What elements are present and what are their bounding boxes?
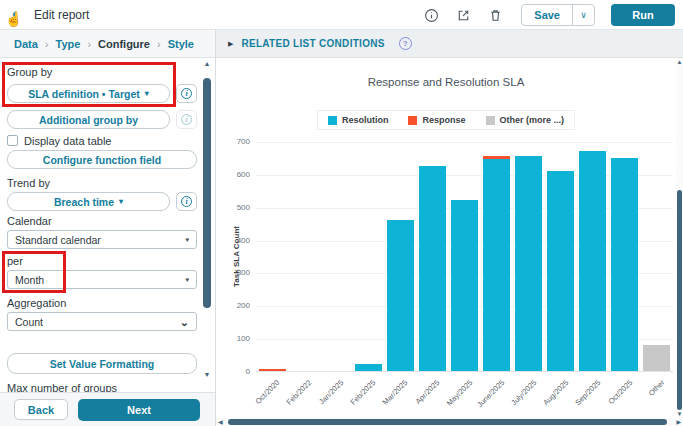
x-axis-label: Oct/2025: [606, 378, 634, 406]
additional-group-by-info-button[interactable]: i: [176, 110, 197, 129]
main-vertical-scrollbar-thumb[interactable]: [677, 190, 682, 410]
info-icon: i: [181, 114, 192, 125]
tab-type[interactable]: Type: [56, 38, 81, 50]
chevron-separator-icon: ›: [45, 38, 49, 50]
configure-panel-content: Group by SLA definition • Target ▾ i Add…: [0, 58, 200, 392]
chart-canvas: Response and Resolution SLA ResolutionRe…: [216, 58, 676, 418]
y-axis-tick-label: 100: [216, 334, 250, 343]
chevron-down-icon: ⌄: [180, 319, 189, 325]
main-horizontal-scrollbar[interactable]: ◀ ▶: [216, 418, 683, 426]
per-select[interactable]: Month ▾: [7, 270, 197, 289]
main-content: Response and Resolution SLA ResolutionRe…: [216, 58, 683, 426]
save-dropdown-caret[interactable]: ∨: [572, 5, 594, 25]
next-button[interactable]: Next: [78, 399, 200, 421]
help-icon[interactable]: ?: [399, 37, 412, 50]
scroll-down-arrow-icon[interactable]: ▼: [202, 371, 212, 378]
calendar-label: Calendar: [7, 215, 200, 228]
bar-Feb/2025[interactable]: [355, 364, 382, 371]
x-axis-label: Mar/2025: [381, 378, 410, 407]
group-by-info-button[interactable]: i: [176, 84, 197, 103]
bar-May/2025[interactable]: [451, 200, 478, 371]
max-number-of-groups-label: Max number of groups: [7, 382, 200, 392]
run-button[interactable]: Run: [611, 4, 675, 26]
scroll-right-arrow-icon[interactable]: ▶: [676, 418, 681, 425]
legend-item[interactable]: Resolution: [328, 115, 389, 125]
top-actions: Save ∨ Run: [423, 0, 675, 30]
tab-style[interactable]: Style: [168, 38, 194, 50]
group-by-dropdown[interactable]: SLA definition • Target ▾: [7, 84, 170, 103]
back-button[interactable]: Back: [14, 399, 68, 420]
info-icon: i: [181, 88, 192, 99]
collapse-triangle-icon[interactable]: ▶: [228, 40, 233, 48]
additional-group-by-label: Additional group by: [39, 114, 138, 126]
bar-June/2025[interactable]: [483, 159, 510, 371]
y-axis-tick-label: 700: [216, 137, 250, 146]
scroll-up-arrow-icon[interactable]: ▲: [202, 60, 212, 67]
chevron-separator-icon: ›: [87, 38, 91, 50]
bar-Other[interactable]: [643, 345, 670, 371]
panel-scrollbar[interactable]: ▲ ▼: [202, 60, 212, 388]
aggregation-select[interactable]: Count ⌄: [7, 312, 197, 331]
bar-July/2025[interactable]: [515, 156, 542, 371]
tab-data[interactable]: Data: [14, 38, 38, 50]
x-axis-label: Feb/2025: [349, 378, 378, 407]
chevron-separator-icon: ›: [157, 38, 161, 50]
group-by-value: SLA definition • Target: [28, 88, 140, 100]
x-axis-label: Jan/2025: [317, 378, 345, 406]
edit-report-window: ‹ ☝ Edit report Save ∨ Run Data › Type: [0, 0, 683, 426]
panel-scrollbar-thumb[interactable]: [203, 78, 211, 308]
legend-label: Response: [422, 115, 465, 125]
trend-by-label: Trend by: [7, 177, 200, 190]
x-axis-label: July/2025: [509, 378, 538, 407]
legend-swatch-icon: [486, 116, 495, 125]
trash-icon[interactable]: [487, 7, 503, 23]
trend-by-dropdown[interactable]: Breach time ▾: [7, 192, 170, 211]
share-export-icon[interactable]: [455, 7, 471, 23]
legend-swatch-icon: [408, 116, 417, 125]
legend-item[interactable]: Other (more ...): [486, 115, 565, 125]
trend-by-value: Breach time: [54, 196, 114, 208]
main-horizontal-scrollbar-thumb[interactable]: [228, 419, 667, 425]
scroll-up-arrow-icon[interactable]: ▲: [676, 59, 683, 65]
calendar-value: Standard calendar: [15, 234, 101, 246]
per-value: Month: [15, 274, 44, 286]
x-axis-label: Apr/2025: [414, 378, 442, 406]
chart-title: Response and Resolution SLA: [216, 76, 676, 88]
bar-Mar/2025[interactable]: [387, 220, 414, 371]
save-split-button: Save ∨: [521, 4, 595, 26]
bar-Aug/2025[interactable]: [547, 171, 574, 371]
scroll-left-arrow-icon[interactable]: ◀: [218, 418, 223, 425]
set-value-formatting-button[interactable]: Set Value Formatting: [7, 353, 197, 374]
chevron-down-icon: ▾: [185, 276, 189, 284]
display-data-table-checkbox[interactable]: [7, 135, 18, 146]
y-axis-tick-label: 300: [216, 268, 250, 277]
bar-Oct/2020[interactable]: [259, 369, 286, 371]
bar-Apr/2025[interactable]: [419, 166, 446, 371]
configure-function-field-button[interactable]: Configure function field: [7, 150, 197, 169]
wizard-footer: Back Next: [0, 392, 216, 426]
x-axis-label: Other: [647, 378, 667, 398]
calendar-select[interactable]: Standard calendar ▾: [7, 230, 197, 249]
additional-group-by-button[interactable]: Additional group by: [7, 110, 170, 129]
legend-item[interactable]: Response: [408, 115, 465, 125]
plot-area: [256, 142, 673, 372]
x-axis-label: Aug/2025: [541, 378, 570, 407]
aggregation-label: Aggregation: [7, 297, 200, 310]
x-axis-label: Sep/2025: [573, 378, 602, 407]
info-icon[interactable]: [423, 7, 439, 23]
per-label: per: [7, 255, 200, 268]
scroll-down-arrow-icon[interactable]: ▼: [676, 411, 683, 417]
x-axis-label: June/2025: [475, 378, 506, 409]
legend-swatch-icon: [328, 116, 337, 125]
aggregation-value: Count: [15, 316, 43, 328]
trend-by-info-button[interactable]: i: [176, 192, 197, 211]
main-vertical-scrollbar[interactable]: ▲ ▼: [676, 58, 683, 418]
bar-June/2025[interactable]: [483, 156, 510, 159]
related-list-conditions-label[interactable]: RELATED LIST CONDITIONS: [241, 38, 384, 49]
tab-configure[interactable]: Configure: [98, 38, 150, 50]
bar-Oct/2025[interactable]: [611, 158, 638, 371]
save-button[interactable]: Save: [522, 5, 572, 25]
chevron-down-icon: ▾: [185, 236, 189, 244]
chart-legend: ResolutionResponseOther (more ...): [317, 110, 575, 130]
bar-Sep/2025[interactable]: [579, 151, 606, 371]
